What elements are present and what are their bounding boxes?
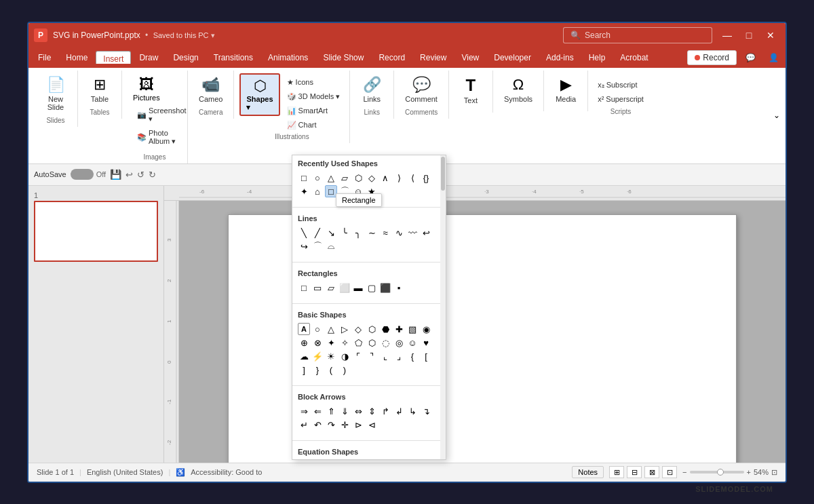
ba-down[interactable]: ⇓: [338, 405, 351, 417]
bs-brack-l[interactable]: [: [420, 350, 432, 362]
menu-slideshow[interactable]: Slide Show: [316, 50, 370, 65]
search-box[interactable]: 🔍: [563, 27, 712, 43]
menu-design[interactable]: Design: [166, 50, 205, 65]
view-btn-normal[interactable]: ⊞: [609, 466, 624, 478]
smartart-button[interactable]: 📊 SmartArt: [283, 104, 345, 117]
ba-ud[interactable]: ⇕: [366, 405, 378, 417]
bs-paren-r[interactable]: ): [338, 364, 351, 376]
cameo-button[interactable]: 📹 Cameo: [193, 73, 228, 106]
maximize-button[interactable]: □: [739, 28, 758, 42]
shape-tri[interactable]: △: [325, 172, 337, 184]
menu-help[interactable]: Help: [582, 50, 613, 65]
shape-star4[interactable]: ✦: [298, 185, 310, 197]
line-arc3[interactable]: ⌒: [311, 240, 324, 252]
menu-view[interactable]: View: [454, 50, 486, 65]
bs-star5pt[interactable]: ✧: [338, 336, 351, 349]
notes-button[interactable]: Notes: [572, 466, 604, 478]
menu-acrobat[interactable]: Acrobat: [613, 50, 655, 65]
bs-triangle[interactable]: △: [325, 323, 337, 335]
bs-moon[interactable]: ◑: [338, 350, 351, 362]
line-arc4[interactable]: ⌓: [325, 240, 337, 252]
ba-bend4[interactable]: ↴: [420, 405, 432, 417]
ba-ccw[interactable]: ↶: [311, 419, 324, 431]
bs-snip1[interactable]: ⌜: [352, 350, 364, 362]
bs-pentagon[interactable]: ⬠: [352, 336, 364, 349]
menu-file[interactable]: File: [31, 50, 58, 65]
comments-icon-btn[interactable]: 💬: [741, 50, 760, 65]
superscript-button[interactable]: x² Superscript: [594, 93, 648, 105]
bs-oct[interactable]: ⬣: [379, 323, 391, 335]
bs-diamond[interactable]: ◇: [352, 323, 364, 335]
links-button[interactable]: 🔗 Links: [355, 73, 388, 106]
ba-right[interactable]: ⇒: [298, 405, 310, 417]
new-slide-button[interactable]: 📄 NewSlide: [39, 73, 72, 114]
line-wave1[interactable]: ∼: [366, 227, 378, 239]
bs-brace-r[interactable]: }: [311, 364, 324, 376]
line-diag1[interactable]: ╲: [298, 227, 310, 239]
rect-white[interactable]: ⬜: [338, 282, 351, 294]
shape-house[interactable]: ⌂: [311, 185, 324, 197]
ba-4way[interactable]: ✛: [338, 419, 351, 431]
bs-pie[interactable]: ⊕: [298, 336, 310, 349]
bs-star4pt[interactable]: ✦: [325, 336, 337, 349]
bs-snip3[interactable]: ⌞: [379, 350, 391, 362]
line-diag2[interactable]: ╱: [311, 227, 324, 239]
line-curve1[interactable]: ╰: [338, 227, 351, 239]
shape-para[interactable]: ▱: [338, 172, 351, 184]
line-sine[interactable]: ∿: [393, 227, 405, 239]
ba-cw[interactable]: ↷: [325, 419, 337, 431]
menu-animations[interactable]: Animations: [261, 50, 315, 65]
menu-record[interactable]: Record: [372, 50, 412, 65]
menu-home[interactable]: Home: [59, 50, 94, 65]
shapes-button[interactable]: ⬡ Shapes▾: [239, 73, 279, 116]
bs-rtri[interactable]: ▷: [338, 323, 351, 335]
icons-button[interactable]: ★ Icons: [283, 76, 345, 89]
bs-bolt[interactable]: ⚡: [311, 350, 324, 362]
close-button[interactable]: ✕: [761, 28, 780, 42]
bs-para[interactable]: ▧: [406, 323, 419, 335]
line-arc1[interactable]: ↩: [420, 227, 432, 239]
view-btn-slideshow[interactable]: ⊡: [662, 466, 677, 478]
shape-hex[interactable]: ⬡: [352, 172, 364, 184]
line-wave3[interactable]: 〰: [406, 227, 419, 239]
menu-insert[interactable]: Insert: [96, 51, 131, 64]
chart-button[interactable]: 📈 Chart: [283, 119, 345, 132]
bs-snip4[interactable]: ⌟: [393, 350, 405, 362]
ribbon-expand-button[interactable]: ⌄: [773, 111, 780, 120]
bs-hex[interactable]: ⬡: [366, 323, 378, 335]
minimize-button[interactable]: —: [718, 28, 737, 42]
save-icon[interactable]: 💾: [110, 169, 121, 180]
bs-donut[interactable]: ◉: [420, 323, 432, 335]
bs-brack-r[interactable]: ]: [298, 364, 310, 376]
ba-bend2[interactable]: ↲: [393, 405, 405, 417]
shape-circle[interactable]: ○: [311, 172, 324, 184]
bs-paren-l[interactable]: (: [325, 364, 337, 376]
record-button[interactable]: Record: [687, 50, 737, 65]
pictures-button[interactable]: 🖼 Pictures 📷 Screenshot ▾ 📚 Photo Album …: [128, 73, 182, 151]
table-button[interactable]: ⊞ Table: [83, 73, 116, 106]
menu-developer[interactable]: Developer: [487, 50, 538, 65]
line-wave2[interactable]: ≈: [379, 227, 391, 239]
toggle-switch[interactable]: [71, 169, 94, 180]
rect-plain[interactable]: □: [298, 282, 310, 294]
bs-text[interactable]: A: [298, 323, 310, 335]
shape-brace[interactable]: {}: [420, 172, 432, 184]
line-arrow1[interactable]: ↘: [325, 227, 337, 239]
line-arc2[interactable]: ↪: [298, 240, 310, 252]
rect-rounded[interactable]: ▭: [311, 282, 324, 294]
ba-bend3[interactable]: ↳: [406, 405, 419, 417]
bs-oval[interactable]: ◌: [379, 336, 391, 349]
shape-rect[interactable]: □: [298, 172, 310, 184]
ba-notch2[interactable]: ⊲: [366, 419, 378, 431]
bs-brace-l[interactable]: {: [406, 350, 419, 362]
bs-smile[interactable]: ☺: [406, 336, 419, 349]
ba-left[interactable]: ⇐: [311, 405, 324, 417]
ba-uturn[interactable]: ↵: [298, 419, 310, 431]
autosave-toggle[interactable]: Off: [71, 169, 106, 180]
rect-wide[interactable]: ▬: [352, 282, 364, 294]
bs-circle[interactable]: ○: [311, 323, 324, 335]
line-curve2[interactable]: ╮: [352, 227, 364, 239]
menu-draw[interactable]: Draw: [132, 50, 165, 65]
dropdown-scrollbar[interactable]: [440, 155, 446, 459]
bs-arc[interactable]: ◎: [393, 336, 405, 349]
